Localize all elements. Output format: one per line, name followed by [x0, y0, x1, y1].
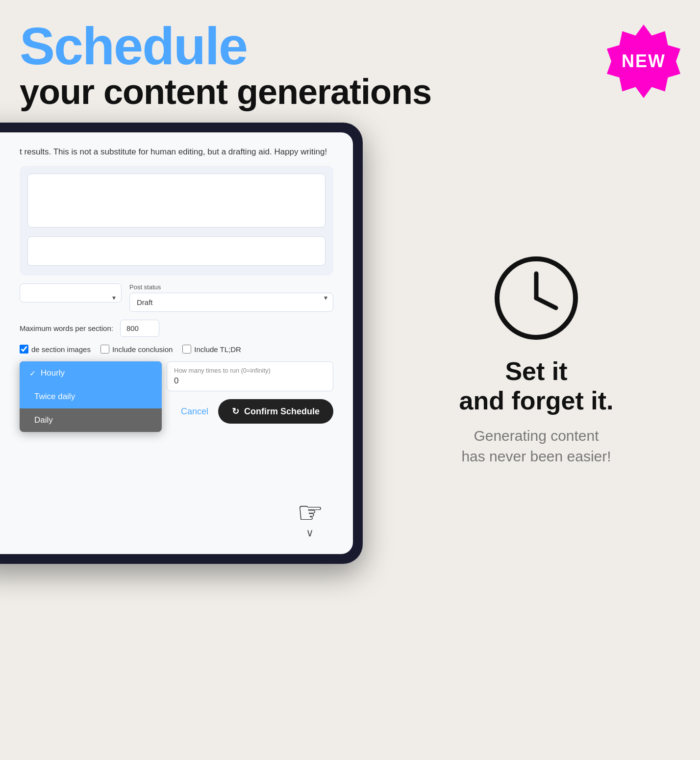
confirm-schedule-label: Confirm Schedule — [244, 406, 320, 417]
post-status-select[interactable]: Draft — [129, 293, 333, 312]
dropdown-item-daily[interactable]: Daily — [20, 408, 162, 432]
post-status-label: Post status — [129, 283, 333, 291]
svg-line-2 — [536, 298, 556, 308]
dropdown-twice-daily-label: Twice daily — [34, 392, 75, 402]
include-tldr-checkbox-item: Include TL;DR — [182, 345, 241, 354]
category-select-wrapper: ▾ — [20, 283, 122, 312]
new-badge-text: NEW — [622, 51, 666, 72]
form-section — [20, 166, 333, 276]
right-panel: Set it and forget it. Generating content… — [373, 0, 700, 760]
schedule-row: ✓ Hourly Twice daily Daily How m — [20, 361, 333, 391]
set-it-line1: Set it — [505, 357, 567, 385]
confirm-schedule-button[interactable]: ↻ Confirm Schedule — [218, 399, 333, 424]
sub-textarea[interactable] — [27, 236, 325, 266]
cursor-hand: ☞ — [297, 495, 324, 530]
clock-icon — [492, 254, 580, 342]
set-it-line2: and forget it. — [459, 386, 614, 415]
section-images-label: de section images — [31, 345, 91, 354]
cancel-button[interactable]: Cancel — [181, 406, 208, 417]
dropdown-item-twice-daily[interactable]: Twice daily — [20, 385, 162, 408]
max-words-label: Maximum words per section: — [20, 324, 113, 332]
max-words-input[interactable] — [120, 320, 159, 337]
dropdown-daily-label: Daily — [34, 415, 53, 425]
check-icon: ✓ — [29, 369, 36, 378]
include-conclusion-checkbox[interactable] — [100, 345, 109, 354]
header-area: Schedule your content generations — [20, 20, 431, 111]
category-select[interactable] — [20, 283, 122, 303]
post-status-select-wrapper: Post status Draft ▾ — [129, 283, 333, 312]
page-title-schedule: Schedule — [20, 20, 431, 73]
refresh-icon: ↻ — [232, 406, 239, 417]
section-images-checkbox[interactable] — [20, 345, 28, 354]
checkboxes-row: de section images Include conclusion Inc… — [20, 345, 333, 354]
times-section: How many times to run (0=infinity) 0 — [167, 361, 333, 391]
tablet-mockup: t results. This is not a substitute for … — [0, 123, 363, 564]
include-conclusion-checkbox-item: Include conclusion — [100, 345, 173, 354]
times-input-wrapper: How many times to run (0=infinity) 0 — [167, 361, 333, 391]
include-tldr-label: Include TL;DR — [194, 345, 241, 354]
right-subtext: Generating content has never been easier… — [461, 426, 611, 467]
include-tldr-checkbox[interactable] — [182, 345, 191, 354]
include-conclusion-label: Include conclusion — [112, 345, 173, 354]
dropdown-item-hourly[interactable]: ✓ Hourly — [20, 361, 162, 385]
screen-content: t results. This is not a substitute for … — [0, 132, 353, 554]
dropdown-hourly-label: Hourly — [41, 368, 65, 378]
tablet-screen: t results. This is not a substitute for … — [0, 132, 353, 554]
frequency-dropdown[interactable]: ✓ Hourly Twice daily Daily — [20, 361, 162, 432]
section-images-checkbox-item: de section images — [20, 345, 91, 354]
disclaimer-text: t results. This is not a substitute for … — [20, 147, 333, 157]
main-textarea[interactable] — [27, 174, 325, 228]
times-input-value: 0 — [174, 376, 326, 386]
select-row: ▾ Post status Draft ▾ — [20, 283, 333, 312]
max-words-row: Maximum words per section: — [20, 320, 333, 337]
subtext-line2: has never been easier! — [461, 448, 611, 464]
right-heading: Set it and forget it. — [459, 357, 614, 416]
subtext-line1: Generating content — [474, 428, 599, 444]
page-title-subtitle: your content generations — [20, 73, 431, 111]
times-input-label: How many times to run (0=infinity) — [174, 367, 326, 374]
